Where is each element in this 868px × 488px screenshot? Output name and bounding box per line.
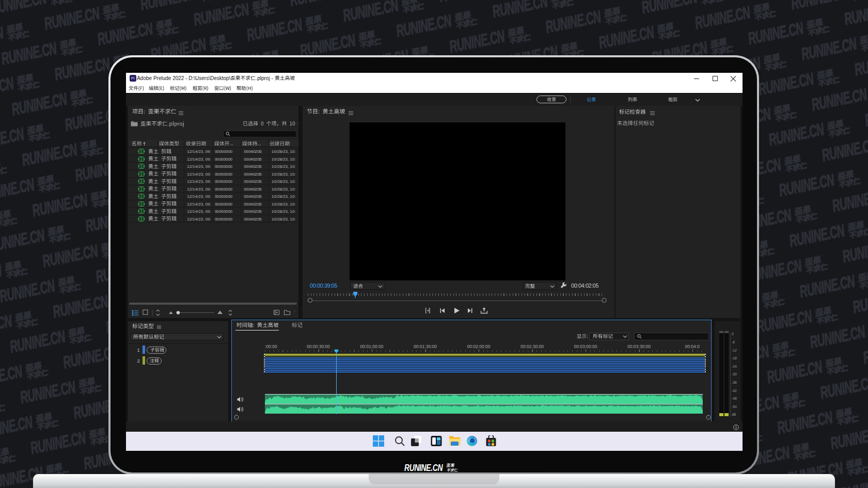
svg-text:RUNINE.CN: RUNINE.CN: [404, 463, 443, 473]
